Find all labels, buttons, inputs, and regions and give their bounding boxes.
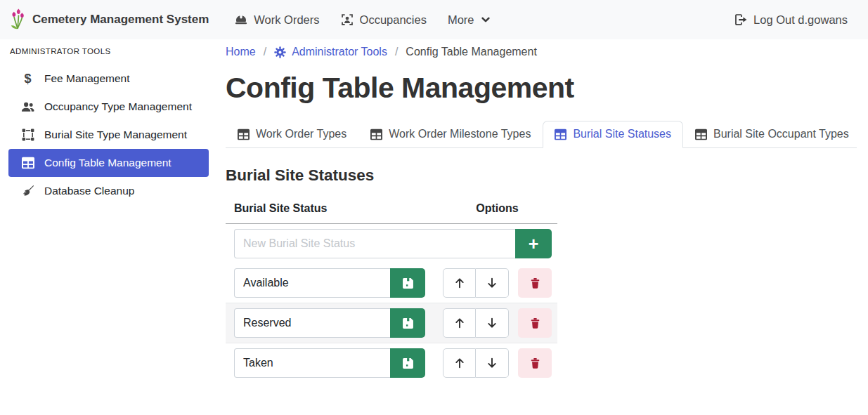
move-up-button[interactable] bbox=[443, 308, 476, 338]
caret-down-icon bbox=[481, 15, 491, 25]
arrow-up-icon bbox=[453, 277, 466, 289]
move-up-button[interactable] bbox=[443, 268, 476, 298]
broom-icon bbox=[21, 185, 34, 197]
logout-icon bbox=[734, 13, 747, 26]
sidebar-item-label: Config Table Management bbox=[44, 157, 171, 169]
add-button[interactable]: + bbox=[515, 229, 552, 258]
breadcrumb-admin-tools-link[interactable]: Administrator Tools bbox=[274, 46, 387, 58]
tab-bar: Work Order Types Work Order Milestone Ty… bbox=[226, 121, 857, 148]
bounding-box-icon bbox=[21, 129, 34, 141]
sidebar-item-fee-management[interactable]: $ Fee Management bbox=[8, 65, 209, 93]
tab-work-order-milestone-types[interactable]: Work Order Milestone Types bbox=[358, 121, 543, 148]
tab-label: Burial Site Statuses bbox=[573, 128, 671, 140]
status-row-available bbox=[226, 263, 557, 303]
save-icon bbox=[402, 357, 414, 369]
gear-icon bbox=[274, 46, 286, 58]
new-status-input-group: + bbox=[234, 229, 552, 258]
tulip-logo-icon bbox=[10, 8, 25, 31]
breadcrumb: Home / bbox=[226, 46, 857, 58]
logout-label: Log Out d.gowans bbox=[753, 13, 848, 27]
arrow-down-icon bbox=[486, 277, 498, 289]
people-icon bbox=[21, 100, 34, 114]
app-brand[interactable]: Cemetery Management System bbox=[10, 8, 209, 31]
arrow-up-icon bbox=[453, 317, 466, 329]
arrow-down-icon bbox=[486, 357, 498, 369]
top-navbar: Cemetery Management System Work Orders O… bbox=[0, 0, 868, 39]
main-content: Home / bbox=[214, 39, 868, 415]
section-heading: Burial Site Statuses bbox=[226, 166, 857, 185]
column-header-options: Options bbox=[434, 197, 557, 224]
move-down-button[interactable] bbox=[476, 348, 509, 378]
status-row-taken bbox=[226, 343, 557, 383]
sidebar: ADMINISTRATOR TOOLS $ Fee Management Occ… bbox=[0, 39, 214, 415]
new-status-input[interactable] bbox=[234, 229, 515, 258]
move-down-button[interactable] bbox=[476, 268, 509, 298]
table-icon bbox=[555, 129, 566, 140]
nav-link-label: More bbox=[448, 13, 474, 27]
sidebar-item-database-cleanup[interactable]: Database Cleanup bbox=[8, 177, 209, 205]
app-title: Cemetery Management System bbox=[32, 13, 209, 27]
person-bounding-box-icon bbox=[341, 13, 354, 26]
move-up-button[interactable] bbox=[443, 348, 476, 378]
tab-work-order-types[interactable]: Work Order Types bbox=[226, 121, 358, 148]
nav-work-orders[interactable]: Work Orders bbox=[224, 8, 330, 32]
save-icon bbox=[402, 277, 414, 289]
reorder-button-group bbox=[443, 268, 509, 298]
tab-label: Work Order Milestone Types bbox=[389, 128, 531, 140]
breadcrumb-separator: / bbox=[395, 46, 398, 58]
trash-icon bbox=[529, 357, 541, 369]
sidebar-item-label: Burial Site Type Management bbox=[44, 129, 187, 141]
table-icon bbox=[238, 129, 250, 140]
reorder-button-group bbox=[443, 348, 509, 378]
sidebar-item-config-table-management[interactable]: Config Table Management bbox=[8, 149, 209, 177]
new-status-row: + bbox=[226, 224, 557, 264]
reorder-button-group bbox=[443, 308, 509, 338]
nav-more-dropdown[interactable]: More bbox=[437, 8, 501, 32]
tab-burial-site-occupant-types[interactable]: Burial Site Occupant Types bbox=[683, 121, 861, 148]
table-icon bbox=[21, 157, 34, 169]
save-button[interactable] bbox=[390, 308, 425, 338]
breadcrumb-separator: / bbox=[264, 46, 266, 58]
trash-icon bbox=[529, 277, 541, 289]
breadcrumb-home-link[interactable]: Home bbox=[226, 46, 256, 58]
logout-button[interactable]: Log Out d.gowans bbox=[724, 8, 858, 32]
nav-occupancies[interactable]: Occupancies bbox=[330, 8, 437, 32]
sidebar-item-label: Occupancy Type Management bbox=[44, 100, 192, 113]
move-down-button[interactable] bbox=[476, 308, 509, 338]
save-button[interactable] bbox=[390, 268, 425, 298]
table-icon bbox=[695, 129, 707, 140]
tab-label: Work Order Types bbox=[256, 128, 346, 140]
status-input[interactable] bbox=[234, 268, 390, 298]
sidebar-item-label: Database Cleanup bbox=[44, 185, 134, 197]
nav-link-label: Occupancies bbox=[360, 13, 427, 27]
save-button[interactable] bbox=[390, 348, 425, 378]
tab-burial-site-statuses[interactable]: Burial Site Statuses bbox=[543, 121, 683, 148]
arrow-down-icon bbox=[486, 317, 498, 329]
column-header-status: Burial Site Status bbox=[226, 197, 434, 224]
delete-button[interactable] bbox=[518, 308, 552, 338]
status-input[interactable] bbox=[234, 308, 390, 338]
sidebar-item-burial-site-type-management[interactable]: Burial Site Type Management bbox=[8, 121, 209, 149]
plus-icon: + bbox=[529, 235, 539, 253]
delete-button[interactable] bbox=[518, 348, 552, 378]
dollar-icon: $ bbox=[21, 72, 34, 86]
arrow-up-icon bbox=[453, 357, 466, 369]
breadcrumb-current: Config Table Management bbox=[406, 46, 537, 58]
sidebar-item-label: Fee Management bbox=[44, 72, 130, 85]
sidebar-header: ADMINISTRATOR TOOLS bbox=[8, 46, 209, 65]
tab-label: Burial Site Occupant Types bbox=[713, 128, 849, 140]
sidebar-item-occupancy-type-management[interactable]: Occupancy Type Management bbox=[8, 93, 209, 121]
burial-site-status-table: Burial Site Status Options + bbox=[226, 197, 557, 383]
save-icon bbox=[402, 317, 414, 329]
trash-icon bbox=[529, 317, 541, 329]
table-icon bbox=[370, 129, 382, 140]
nav-link-label: Work Orders bbox=[254, 13, 319, 27]
page-title: Config Table Management bbox=[226, 72, 857, 105]
hard-hat-icon bbox=[235, 13, 247, 26]
delete-button[interactable] bbox=[518, 268, 552, 298]
status-input[interactable] bbox=[234, 348, 390, 378]
status-row-reserved bbox=[226, 303, 557, 343]
